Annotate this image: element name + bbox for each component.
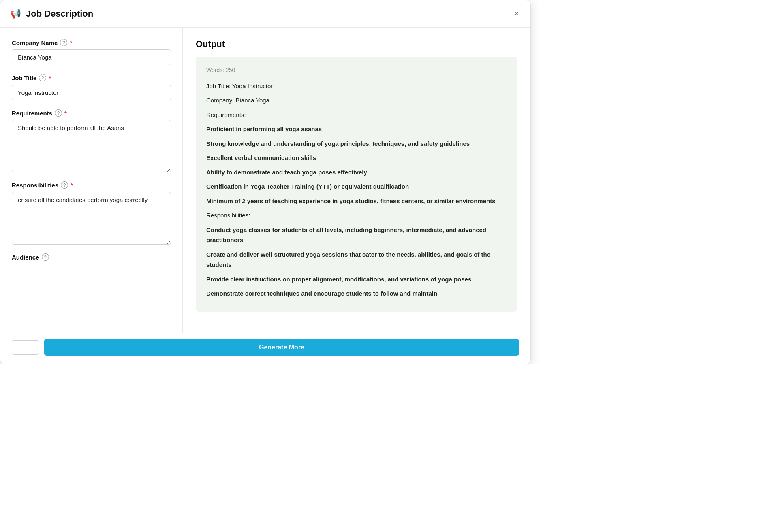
output-line-8: Certification in Yoga Teacher Training (…	[206, 181, 507, 192]
job-title-input[interactable]	[12, 85, 171, 100]
header-left: 📢 Job Description	[10, 9, 93, 19]
output-line-10: Responsibilities:	[206, 210, 507, 221]
requirements-label: Requirements ? *	[12, 109, 171, 117]
responsibilities-required: *	[71, 182, 73, 189]
output-line-7: Ability to demonstrate and teach yoga po…	[206, 167, 507, 178]
output-line-12: Create and deliver well-structured yoga …	[206, 249, 507, 270]
modal-header: 📢 Job Description ×	[0, 0, 530, 28]
requirements-help-icon[interactable]: ?	[55, 109, 62, 117]
audience-help-icon[interactable]: ?	[42, 253, 49, 261]
audience-label: Audience ?	[12, 253, 171, 261]
modal-title: Job Description	[26, 9, 93, 19]
job-title-group: Job Title ? *	[12, 74, 171, 100]
output-line-9: Minimum of 2 years of teaching experienc…	[206, 196, 507, 206]
modal-body: Company Name ? * Job Title ? * Requireme…	[0, 28, 530, 333]
quantity-stepper[interactable]: ▲ ▼	[12, 340, 39, 355]
output-line-13: Provide clear instructions on proper ali…	[206, 274, 507, 285]
output-line-3: Requirements:	[206, 110, 507, 120]
right-panel: Output Words: 250 Job Title: Yoga Instru…	[183, 28, 530, 333]
company-name-help-icon[interactable]: ?	[60, 39, 67, 46]
bottom-controls: ▲ ▼ Generate More	[0, 333, 530, 364]
output-line-5: Strong knowledge and understanding of yo…	[206, 138, 507, 149]
responsibilities-help-icon[interactable]: ?	[61, 181, 68, 189]
company-name-input[interactable]	[12, 49, 171, 65]
output-line-1: Job Title: Yoga Instructor	[206, 81, 507, 92]
close-button[interactable]: ×	[512, 8, 521, 20]
output-line-11: Conduct yoga classes for students of all…	[206, 225, 507, 245]
stepper-value-input[interactable]	[12, 341, 39, 354]
left-panel: Company Name ? * Job Title ? * Requireme…	[0, 28, 183, 333]
output-line-4: Proficient in performing all yoga asanas	[206, 124, 507, 134]
requirements-required: *	[64, 110, 67, 117]
job-description-modal: 📢 Job Description × Company Name ? * Job…	[0, 0, 531, 364]
company-name-label: Company Name ? *	[12, 39, 171, 46]
company-name-group: Company Name ? *	[12, 39, 171, 65]
word-count: Words: 250	[206, 66, 507, 75]
job-title-label: Job Title ? *	[12, 74, 171, 81]
output-line-6: Excellent verbal communication skills	[206, 153, 507, 163]
requirements-input[interactable]: Should be able to perform all the Asans	[12, 120, 171, 172]
requirements-group: Requirements ? * Should be able to perfo…	[12, 109, 171, 172]
company-name-required: *	[70, 39, 72, 46]
generate-more-button[interactable]: Generate More	[44, 339, 519, 356]
job-title-required: *	[49, 74, 51, 81]
output-card: Words: 250 Job Title: Yoga Instructor Co…	[196, 57, 517, 312]
output-line-14: Demonstrate correct techniques and encou…	[206, 288, 507, 299]
audience-group: Audience ?	[12, 253, 171, 261]
responsibilities-group: Responsibilities ? * ensure all the cand…	[12, 181, 171, 245]
output-title: Output	[196, 39, 517, 49]
job-title-help-icon[interactable]: ?	[39, 74, 46, 81]
responsibilities-input[interactable]: ensure all the candidates perform yoga c…	[12, 192, 171, 245]
output-line-2: Company: Bianca Yoga	[206, 95, 507, 106]
output-content: Job Title: Yoga Instructor Company: Bian…	[206, 81, 507, 299]
megaphone-icon: 📢	[10, 9, 21, 19]
responsibilities-label: Responsibilities ? *	[12, 181, 171, 189]
